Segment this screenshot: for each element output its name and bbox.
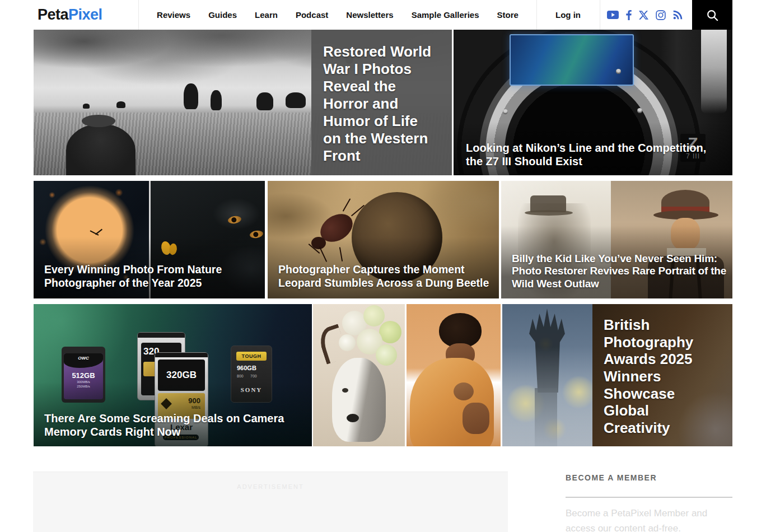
foggy-tower-photo [502, 304, 592, 446]
nav-item-store[interactable]: Store [497, 10, 519, 20]
mount-screw [637, 108, 642, 113]
article-title[interactable]: Photographer Captures the Moment Leopard… [278, 263, 490, 290]
petapixel-homepage: PetaPixel Reviews Guides Learn Podcast N… [0, 0, 766, 532]
x-twitter-icon [639, 11, 648, 20]
hat-brim [525, 210, 573, 216]
husky-nose [347, 414, 359, 422]
petapixel-logo[interactable]: PetaPixel [38, 0, 102, 30]
sony-write-speed: 700 [250, 374, 257, 378]
camera-sensor [510, 34, 634, 86]
facebook-link[interactable] [626, 10, 632, 20]
instagram-icon [656, 10, 666, 20]
soldier-silhouette [83, 104, 90, 109]
husky-eye [342, 388, 348, 393]
nav-item-sample-galleries[interactable]: Sample Galleries [412, 10, 479, 20]
trench-soldier [66, 124, 136, 175]
owc-brand-label: OWC [62, 356, 105, 361]
bpa-winner-husky-photo[interactable] [313, 304, 405, 446]
baby-head [454, 382, 474, 400]
nav-item-podcast[interactable]: Podcast [296, 10, 328, 20]
camera-strap-lug [701, 30, 727, 114]
ad-label: ADVERTISEMENT [33, 483, 508, 490]
rss-icon [673, 10, 683, 20]
owc-capacity-label: 512GB [62, 371, 105, 380]
member-divider [566, 497, 732, 498]
mount-screw [503, 109, 508, 114]
x-twitter-link[interactable] [639, 11, 648, 20]
member-body-text: Become a PetaPixel Member and access our… [566, 506, 732, 532]
logo-text-pixel: Pixel [68, 6, 102, 24]
member-heading: BECOME A MEMBER [566, 473, 732, 482]
flower-pompom [376, 344, 397, 366]
soldier-silhouette [286, 92, 306, 108]
nav-item-learn[interactable]: Learn [255, 10, 278, 20]
article-title[interactable]: British Photography Awards 2025 Winners … [604, 316, 699, 437]
facebook-icon [626, 10, 632, 20]
bpa-winner-mother-photo[interactable] [407, 304, 501, 446]
sony-capacity-label: 960GB [237, 365, 272, 371]
youtube-icon [607, 11, 619, 19]
login-button[interactable]: Log in [536, 0, 600, 30]
lexar-bumper [155, 353, 208, 357]
rss-link[interactable] [673, 10, 683, 20]
article-title[interactable]: Looking at Nikon’s Line and the Competit… [466, 141, 723, 168]
baby-body [463, 403, 489, 434]
article-card-dung-beetle[interactable]: Photographer Captures the Moment Leopard… [268, 181, 499, 298]
soldier-helmet [82, 115, 115, 127]
tough-badge: TOUGH [236, 352, 267, 361]
flower-pompom [339, 334, 356, 351]
mother-hair [439, 313, 482, 348]
site-header: PetaPixel Reviews Guides Learn Podcast N… [0, 0, 766, 30]
soldier-silhouette [184, 83, 198, 109]
youtube-link[interactable] [607, 11, 619, 19]
fog-layer [502, 304, 592, 446]
article-card-billy-the-kid[interactable]: Billy the Kid Like You’ve Never Seen Him… [501, 181, 732, 298]
article-title[interactable]: Every Winning Photo From Nature Photogra… [44, 263, 237, 290]
flower-pompom [363, 305, 385, 326]
article-card-memory-deals[interactable]: OWC 512GB 300MB/s 250MB/s 320 320GB 900 … [34, 304, 312, 446]
social-links [600, 0, 689, 30]
soldier-silhouette [116, 101, 125, 108]
become-a-member-widget: BECOME A MEMBER Become a PetaPixel Membe… [566, 473, 732, 532]
soldier-silhouette [211, 90, 222, 110]
sony-read-speed: 800 [237, 374, 244, 378]
search-icon [706, 9, 718, 21]
article-card-nikon[interactable]: Z 7 III Looking at Nikon’s Line and the … [454, 30, 732, 175]
nav-item-guides[interactable]: Guides [208, 10, 237, 20]
article-title[interactable]: Billy the Kid Like You’ve Never Seen Him… [512, 253, 727, 291]
article-card-ww1[interactable]: Restored World War I Photos Reveal the H… [34, 30, 452, 175]
nav-item-newsletters[interactable]: Newsletters [346, 10, 393, 20]
main-nav: Reviews Guides Learn Podcast Newsletters… [139, 0, 536, 30]
ad-placeholder: ADVERTISEMENT [33, 472, 508, 532]
article-card-bpa[interactable]: British Photography Awards 2025 Winners … [502, 304, 732, 446]
soldier-silhouette [256, 92, 273, 110]
flower-pompom [379, 321, 401, 343]
instagram-link[interactable] [656, 10, 666, 20]
lexar-bumper [138, 333, 185, 338]
husky-face [332, 358, 386, 442]
article-title[interactable]: Restored World War I Photos Reveal the H… [323, 43, 436, 165]
search-button[interactable] [692, 0, 732, 30]
logo-text-peta: Peta [38, 6, 68, 24]
article-title[interactable]: There Are Some Screaming Deals on Camera… [44, 412, 300, 438]
mount-screw [616, 69, 621, 74]
nav-item-reviews[interactable]: Reviews [157, 10, 190, 20]
article-card-nature-poty[interactable]: Every Winning Photo From Nature Photogra… [34, 181, 265, 298]
